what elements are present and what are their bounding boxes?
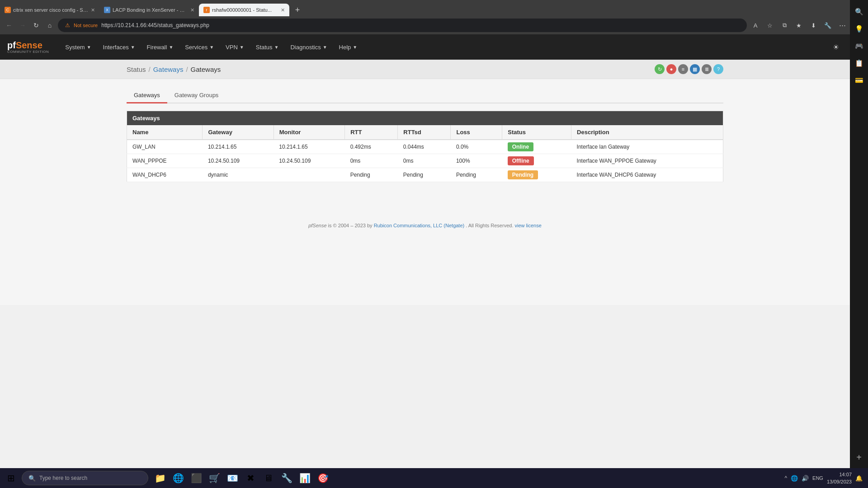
navbar-menu: System ▼ Interfaces ▼ Firewall ▼ Service… bbox=[60, 40, 829, 54]
tab-gateway-groups[interactable]: Gateway Groups bbox=[167, 88, 226, 103]
nav-status[interactable]: Status ▼ bbox=[250, 40, 284, 54]
stop-button[interactable]: ● bbox=[666, 64, 676, 74]
clock-time: 14:07 bbox=[827, 471, 852, 479]
table-section-title: Gateways bbox=[127, 111, 723, 126]
breadcrumb-gateways-link[interactable]: Gateways bbox=[153, 66, 184, 73]
sidebar-search-btn[interactable]: 🔍 bbox=[852, 5, 866, 19]
back-button[interactable]: ← bbox=[4, 20, 14, 31]
nav-help[interactable]: Help ▼ bbox=[334, 40, 363, 54]
nav-firewall[interactable]: Firewall ▼ bbox=[142, 40, 179, 54]
table-section-header: Gateways bbox=[127, 111, 723, 126]
security-warning-icon: ⚠ bbox=[65, 22, 70, 28]
sidebar-wallet-btn[interactable]: 💳 bbox=[852, 73, 866, 88]
taskbar-app-terminal[interactable]: ⬛ bbox=[188, 470, 204, 486]
tab-2-close[interactable]: ✕ bbox=[190, 7, 194, 13]
table-row: WAN_DHCP6dynamicPendingPendingPendingPen… bbox=[127, 168, 723, 182]
split-view-button[interactable]: ⧉ bbox=[778, 19, 790, 31]
vpn-dropdown-arrow: ▼ bbox=[240, 45, 244, 50]
taskbar-right: ^ 🌐 🔊 ENG 14:07 13/09/2023 🔔 bbox=[784, 471, 866, 486]
nav-interfaces[interactable]: Interfaces ▼ bbox=[98, 40, 141, 54]
col-loss: Loss bbox=[451, 125, 502, 140]
start-button[interactable]: ⊞ bbox=[2, 469, 20, 487]
col-name: Name bbox=[127, 125, 203, 140]
footer: pfSense is © 2004 – 2023 by Rubicon Comm… bbox=[127, 209, 723, 242]
brand-subtitle: COMMUNITY EDITION bbox=[7, 50, 49, 54]
taskbar-app-mail[interactable]: 📧 bbox=[224, 470, 241, 486]
sidebar-add-btn[interactable]: + bbox=[852, 450, 866, 465]
status-badge: Pending bbox=[508, 170, 538, 179]
taskbar-chevron[interactable]: ^ bbox=[784, 475, 787, 481]
menu-button[interactable]: ≡ bbox=[678, 64, 688, 74]
taskbar-app-misc3[interactable]: 🎯 bbox=[315, 470, 331, 486]
footer-rights-text: . All Rights Reserved. bbox=[466, 223, 514, 228]
windows-icon: ⊞ bbox=[7, 473, 15, 483]
extensions-button[interactable]: 🔧 bbox=[822, 19, 834, 31]
nav-services[interactable]: Services ▼ bbox=[179, 40, 219, 54]
nav-system[interactable]: System ▼ bbox=[60, 40, 96, 54]
pfsense-app: pfSense COMMUNITY EDITION System ▼ Inter… bbox=[0, 34, 850, 305]
sidebar-games-btn[interactable]: 🎮 bbox=[852, 39, 866, 53]
translate-button[interactable]: A bbox=[750, 19, 761, 31]
home-button[interactable]: ⌂ bbox=[44, 20, 55, 31]
reload-button[interactable]: ↻ bbox=[655, 64, 665, 74]
col-monitor: Monitor bbox=[274, 125, 344, 140]
tab-3-favicon: r bbox=[203, 7, 210, 13]
address-bar-row: ← → ↻ ⌂ ⚠ Not secure https://10.214.1.66… bbox=[0, 16, 868, 34]
taskbar-app-explorer[interactable]: 📁 bbox=[152, 470, 168, 486]
interfaces-dropdown-arrow: ▼ bbox=[131, 45, 135, 50]
chart-button[interactable]: ▦ bbox=[690, 64, 700, 74]
brand[interactable]: pfSense COMMUNITY EDITION bbox=[7, 41, 49, 54]
system-dropdown-arrow: ▼ bbox=[87, 45, 91, 50]
refresh-button[interactable]: ↻ bbox=[31, 20, 42, 31]
more-button[interactable]: ⋯ bbox=[836, 19, 848, 31]
address-bar[interactable]: ⚠ Not secure https://10.214.1.66:445/sta… bbox=[58, 19, 747, 32]
navbar-theme-toggle[interactable]: ☀ bbox=[829, 39, 843, 55]
breadcrumb-gateways-active: Gateways bbox=[191, 66, 221, 73]
table-row: GW_LAN10.214.1.6510.214.1.650.492ms0.044… bbox=[127, 140, 723, 154]
tab-3-title: rshafw000000001 - Statu... bbox=[212, 7, 278, 13]
taskbar-notification-btn[interactable]: 🔔 bbox=[855, 475, 863, 482]
forward-button[interactable]: → bbox=[17, 20, 28, 31]
services-dropdown-arrow: ▼ bbox=[209, 45, 214, 50]
breadcrumb-actions: ↻ ● ≡ ▦ ≣ ? bbox=[655, 64, 723, 74]
help-button[interactable]: ? bbox=[713, 64, 723, 74]
footer-license-link[interactable]: view license bbox=[515, 223, 542, 228]
taskbar-search[interactable]: 🔍 Type here to search bbox=[22, 471, 148, 485]
firewall-dropdown-arrow: ▼ bbox=[169, 45, 173, 50]
taskbar-app-x[interactable]: ✖ bbox=[242, 470, 259, 486]
breadcrumb-status: Status bbox=[127, 66, 146, 73]
star-button[interactable]: ☆ bbox=[764, 19, 776, 31]
taskbar-network-icon[interactable]: 🌐 bbox=[791, 475, 798, 482]
taskbar-app-misc2[interactable]: 📊 bbox=[297, 470, 313, 486]
nav-diagnostics[interactable]: Diagnostics ▼ bbox=[285, 40, 332, 54]
breadcrumb-sep-1: / bbox=[149, 66, 151, 73]
tab-3[interactable]: r rshafw000000001 - Statu... ✕ bbox=[199, 4, 289, 16]
taskbar-clock[interactable]: 14:07 13/09/2023 bbox=[827, 471, 852, 486]
tab-gateways[interactable]: Gateways bbox=[127, 88, 167, 103]
col-gateway: Gateway bbox=[203, 125, 274, 140]
page-tabs: Gateways Gateway Groups bbox=[127, 88, 723, 103]
taskbar-lang[interactable]: ENG bbox=[812, 475, 823, 481]
taskbar-apps: 📁 🌐 ⬛ 🛒 📧 ✖ 🖥 🔧 📊 🎯 bbox=[152, 470, 331, 486]
tab-2[interactable]: X LACP Bonding in XenServer - Co... ✕ bbox=[99, 4, 199, 16]
footer-company-link[interactable]: Rubicon Communications, LLC (Netgate) bbox=[374, 223, 465, 228]
sidebar-collections-btn[interactable]: 📋 bbox=[852, 56, 866, 70]
favorites-button[interactable]: ★ bbox=[793, 19, 805, 31]
col-status: Status bbox=[502, 125, 571, 140]
nav-vpn[interactable]: VPN ▼ bbox=[220, 40, 250, 54]
col-description: Description bbox=[571, 125, 723, 140]
taskbar-app-store[interactable]: 🛒 bbox=[206, 470, 222, 486]
taskbar-volume-icon[interactable]: 🔊 bbox=[802, 475, 809, 482]
download-button[interactable]: ⬇ bbox=[807, 19, 819, 31]
list-button[interactable]: ≣ bbox=[702, 64, 712, 74]
taskbar-app-edge[interactable]: 🌐 bbox=[170, 470, 186, 486]
new-tab-button[interactable]: + bbox=[291, 4, 304, 16]
tab-1-close[interactable]: ✕ bbox=[91, 7, 95, 13]
footer-copyright-text: is © 2004 – 2023 by bbox=[328, 223, 374, 228]
sidebar-discover-btn[interactable]: 💡 bbox=[852, 22, 866, 36]
tab-3-close[interactable]: ✕ bbox=[281, 7, 285, 13]
taskbar-app-misc1[interactable]: 🔧 bbox=[278, 470, 295, 486]
tab-1[interactable]: C citrix xen server cisco config - Se...… bbox=[0, 4, 99, 16]
taskbar-app-remote[interactable]: 🖥 bbox=[260, 470, 277, 486]
footer-brand: pfSense bbox=[308, 223, 326, 228]
